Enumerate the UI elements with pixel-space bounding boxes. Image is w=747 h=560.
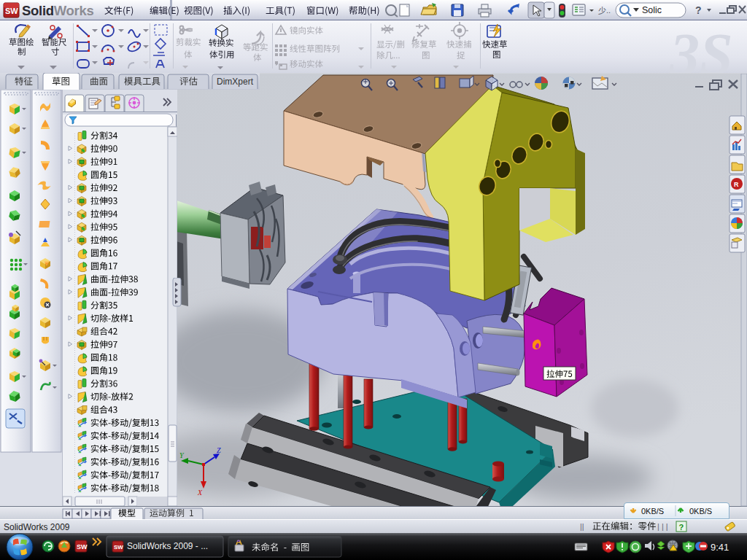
svg-text:9:41: 9:41	[711, 542, 729, 553]
svg-text:?: ?	[695, 4, 702, 16]
svg-text:0KB/S: 0KB/S	[689, 507, 712, 516]
svg-text:SolidWorks: SolidWorks	[22, 3, 93, 18]
svg-text:0KB/S: 0KB/S	[641, 507, 664, 516]
svg-text:X: X	[197, 489, 203, 497]
svg-text:3S: 3S	[669, 21, 733, 73]
svg-text:Z: Z	[217, 446, 221, 454]
svg-text:SW: SW	[114, 544, 123, 551]
svg-text:少..: 少..	[598, 6, 611, 15]
svg-text:?: ?	[679, 523, 684, 532]
svg-text:SW: SW	[5, 7, 18, 15]
svg-text:Solic: Solic	[642, 5, 662, 15]
svg-text:SW: SW	[77, 543, 88, 551]
svg-text:R: R	[734, 181, 739, 188]
svg-text:DimXpert: DimXpert	[217, 77, 254, 87]
